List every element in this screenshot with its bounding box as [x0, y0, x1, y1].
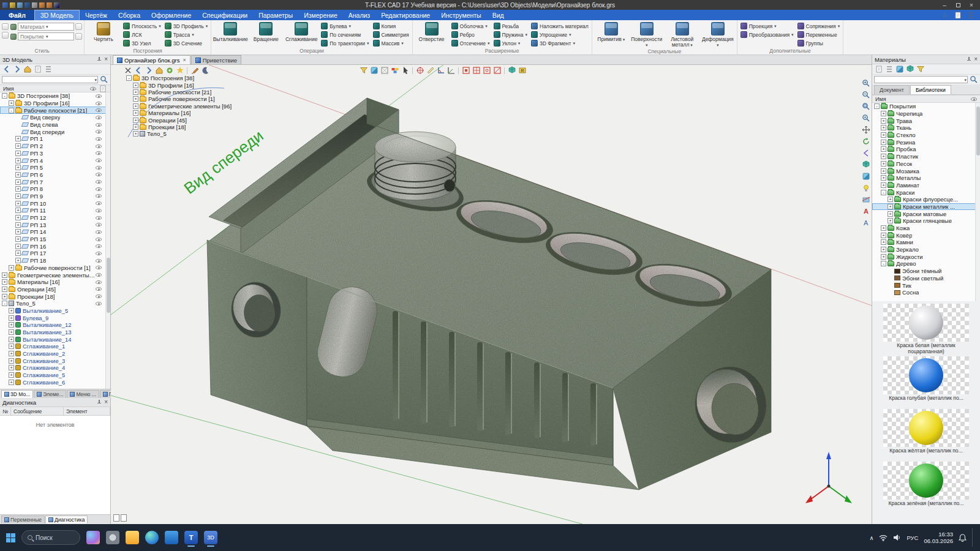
app-icon[interactable]: [2, 2, 8, 8]
tree-item[interactable]: +Рабочие поверхности [1]: [124, 96, 247, 102]
style-button-1[interactable]: [2, 23, 9, 30]
visibility-eye-icon[interactable]: [96, 201, 102, 205]
name-column-header[interactable]: Имя: [3, 86, 14, 92]
expand-icon[interactable]: +: [9, 351, 14, 356]
visibility-eye-icon[interactable]: [96, 266, 102, 269]
expand-icon[interactable]: +: [888, 211, 893, 217]
tree-item[interactable]: +Ковёр: [872, 231, 980, 239]
zoom-in-icon[interactable]: [861, 78, 870, 88]
visibility-eye-icon[interactable]: [96, 238, 102, 241]
favorites-icon[interactable]: [175, 66, 184, 75]
model-search-combo[interactable]: ▾: [2, 76, 98, 83]
tree-item[interactable]: +Сглаживание_3: [0, 357, 110, 364]
collapse-icon[interactable]: -: [874, 103, 880, 109]
light-icon[interactable]: [861, 183, 870, 192]
expand-icon[interactable]: +: [9, 358, 14, 364]
ribbon-button-Сопряжения[interactable]: Сопряжения▾: [796, 22, 842, 30]
expand-icon[interactable]: +: [888, 204, 893, 209]
ribbon-button-Примитив[interactable]: Примитив ▾: [594, 21, 628, 42]
page-icon[interactable]: [121, 514, 127, 522]
view-cube-icon[interactable]: [861, 160, 870, 169]
ribbon-toggle-icon[interactable]: [43, 65, 53, 74]
visibility-eye-icon[interactable]: [96, 252, 102, 255]
document-tab-Органайзер блок.grs[interactable]: Органайзер блок.grs×: [113, 55, 190, 64]
nav-forward-icon[interactable]: [144, 66, 153, 75]
close-icon[interactable]: [123, 66, 132, 75]
close-tab-icon[interactable]: ×: [183, 57, 186, 63]
tree-item[interactable]: +Черепица: [872, 110, 980, 118]
visibility-eye-icon[interactable]: [96, 187, 102, 191]
panel-tab-Элеме...[interactable]: Элеме...: [34, 390, 66, 398]
visibility-eye-icon[interactable]: [96, 302, 102, 305]
new-file-icon[interactable]: [10, 2, 15, 8]
ribbon-button-Пружина[interactable]: Пружина▾: [492, 31, 529, 39]
store-icon[interactable]: [165, 531, 178, 544]
rotate-view-icon[interactable]: [861, 137, 870, 146]
tree-item[interactable]: +РП 3: [0, 150, 110, 157]
expand-icon[interactable]: +: [881, 247, 886, 252]
scrollbar[interactable]: [975, 103, 980, 301]
tree-item[interactable]: +Зеркало: [872, 246, 980, 253]
visibility-eye-icon[interactable]: [96, 180, 102, 184]
zoom-window-icon[interactable]: [861, 102, 870, 111]
ribbon-button-Трасса[interactable]: Трасса▾: [164, 31, 209, 39]
workspace-icon[interactable]: [953, 10, 962, 20]
expand-icon[interactable]: +: [9, 365, 14, 370]
notifications-bell-icon[interactable]: [959, 534, 967, 542]
visibility-eye-icon[interactable]: [96, 94, 102, 98]
ribbon-button-Группы[interactable]: Группы: [796, 39, 842, 47]
ribbon-button-3D Узел[interactable]: 3D Узел: [122, 39, 162, 47]
close-panel-icon[interactable]: ×: [104, 56, 108, 62]
tree-item[interactable]: +РП 10: [0, 200, 110, 207]
menu-Вид[interactable]: Вид: [487, 10, 510, 20]
visibility-eye-icon[interactable]: [96, 244, 102, 248]
expand-icon[interactable]: +: [15, 179, 21, 185]
wifi-icon[interactable]: [879, 534, 888, 541]
tree-item[interactable]: -Рабочие плоскости [21]: [0, 107, 110, 114]
tree-item[interactable]: -3D Построения [38]: [124, 75, 247, 81]
expand-icon[interactable]: +: [15, 244, 21, 249]
shading-icon[interactable]: [861, 171, 870, 181]
expand-icon[interactable]: +: [9, 337, 14, 342]
ribbon-button-По сечениям[interactable]: По сечениям: [320, 31, 370, 39]
visibility-eye-icon[interactable]: [96, 194, 102, 198]
visibility-eye-icon[interactable]: [96, 223, 102, 227]
visibility-eye-icon[interactable]: [96, 280, 102, 284]
selection-filter-icon[interactable]: [359, 66, 368, 75]
save-icon[interactable]: [24, 2, 30, 8]
expand-icon[interactable]: +: [133, 89, 138, 95]
name-column-header[interactable]: Имя: [875, 96, 886, 102]
ribbon-button-Сглаживание[interactable]: Сглаживание: [284, 21, 318, 42]
tree-item[interactable]: -Тело_5: [0, 300, 110, 307]
visibility-eye-icon[interactable]: [96, 144, 102, 148]
material-card[interactable]: Краска белая (металлик поцарапанная): [872, 304, 980, 354]
search-icon[interactable]: [99, 75, 108, 84]
tree-item[interactable]: +РП 4: [0, 157, 110, 164]
expand-icon[interactable]: +: [15, 172, 21, 178]
show-desktop-button[interactable]: [972, 528, 974, 547]
expand-icon[interactable]: +: [881, 168, 886, 174]
collapse-icon[interactable]: -: [2, 93, 7, 99]
tree-item[interactable]: Вид сверху: [0, 114, 110, 121]
expand-icon[interactable]: +: [9, 343, 14, 349]
ribbon-button-Уклон[interactable]: Уклон▾: [492, 39, 529, 47]
expand-icon[interactable]: +: [881, 239, 886, 245]
tree-item[interactable]: +РП 2: [0, 143, 110, 150]
tree-item[interactable]: +Жидкости: [872, 253, 980, 260]
tree-item[interactable]: +РП 5: [0, 164, 110, 171]
ribbon-button-3D Профиль[interactable]: 3D Профиль▾: [164, 22, 209, 30]
tree-item[interactable]: Вид спереди: [0, 128, 110, 135]
visibility-eye-icon[interactable]: [96, 102, 102, 105]
tree-item[interactable]: +РП 11: [0, 207, 110, 214]
expand-icon[interactable]: +: [133, 131, 138, 137]
visibility-eye-icon[interactable]: [96, 151, 102, 155]
minimize-button[interactable]: –: [938, 1, 951, 9]
maximize-button[interactable]: [952, 1, 964, 9]
expand-icon[interactable]: +: [15, 165, 21, 170]
expand-icon[interactable]: +: [9, 265, 14, 271]
expand-icon[interactable]: +: [9, 315, 14, 321]
tree-item[interactable]: +Рабочие плоскости [21]: [124, 89, 247, 96]
expand-icon[interactable]: +: [2, 287, 7, 292]
combo-Материал[interactable]: Материал▾: [18, 23, 74, 31]
tree-item[interactable]: -Покрытия: [872, 103, 980, 110]
